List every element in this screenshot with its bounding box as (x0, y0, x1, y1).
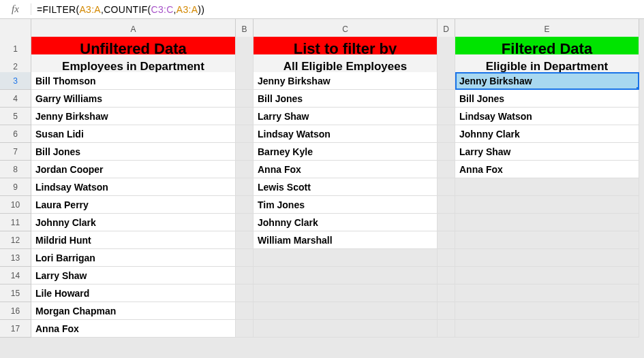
formula-bar: fx =FILTER(A3:A,COUNTIF(C3:C,A3:A)) (0, 0, 644, 19)
cell-B14[interactable] (236, 267, 254, 284)
cell-C15[interactable] (254, 284, 438, 302)
cell-C5[interactable]: Larry Shaw (254, 108, 438, 125)
cell-C7[interactable]: Barney Kyle (254, 143, 438, 161)
row-head-14[interactable]: 14 (0, 267, 31, 284)
cell-E5[interactable]: Lindsay Watson (455, 108, 639, 125)
cell-E9[interactable] (455, 178, 639, 196)
cell-E4[interactable]: Bill Jones (455, 90, 639, 108)
cell-D13[interactable] (438, 249, 455, 267)
cell-E3[interactable]: Jenny Birkshaw (455, 72, 639, 90)
cell-B4[interactable] (236, 90, 254, 108)
cell-A17[interactable]: Anna Fox (31, 320, 236, 338)
row-head-17[interactable]: 17 (0, 320, 31, 338)
spreadsheet-grid[interactable]: ABCDE1Unfiltered DataList to filter byFi… (0, 19, 644, 338)
cell-A13[interactable]: Lori Barrigan (31, 249, 236, 267)
cell-D9[interactable] (438, 178, 455, 196)
row-head-11[interactable]: 11 (0, 214, 31, 231)
cell-A9[interactable]: Lindsay Watson (31, 178, 236, 196)
cell-E12[interactable] (455, 231, 639, 249)
cell-B15[interactable] (236, 284, 254, 302)
cell-B5[interactable] (236, 108, 254, 125)
row-head-16[interactable]: 16 (0, 302, 31, 320)
cell-B12[interactable] (236, 231, 254, 249)
cell-C17[interactable] (254, 320, 438, 338)
cell-D15[interactable] (438, 284, 455, 302)
cell-A5[interactable]: Jenny Birkshaw (31, 108, 236, 125)
cell-D11[interactable] (438, 214, 455, 231)
cell-B16[interactable] (236, 302, 254, 320)
cell-E11[interactable] (455, 214, 639, 231)
cell-D7[interactable] (438, 143, 455, 161)
cell-D14[interactable] (438, 267, 455, 284)
cell-C10[interactable]: Tim Jones (254, 196, 438, 214)
cell-D3[interactable] (438, 72, 455, 90)
row-head-6[interactable]: 6 (0, 125, 31, 143)
cell-A3[interactable]: Bill Thomson (31, 72, 236, 90)
row-head-7[interactable]: 7 (0, 143, 31, 161)
cell-C4[interactable]: Bill Jones (254, 90, 438, 108)
row-head-9[interactable]: 9 (0, 178, 31, 196)
cell-C6[interactable]: Lindsay Watson (254, 125, 438, 143)
cell-B10[interactable] (236, 196, 254, 214)
cell-B6[interactable] (236, 125, 254, 143)
fx-label: fx (0, 3, 31, 15)
cell-E17[interactable] (455, 320, 639, 338)
row-head-4[interactable]: 4 (0, 90, 31, 108)
row-head-15[interactable]: 15 (0, 284, 31, 302)
cell-D16[interactable] (438, 302, 455, 320)
cell-C9[interactable]: Lewis Scott (254, 178, 438, 196)
cell-B8[interactable] (236, 161, 254, 178)
cell-A7[interactable]: Bill Jones (31, 143, 236, 161)
cell-A4[interactable]: Garry Williams (31, 90, 236, 108)
cell-D4[interactable] (438, 90, 455, 108)
cell-E15[interactable] (455, 284, 639, 302)
cell-D12[interactable] (438, 231, 455, 249)
cell-D5[interactable] (438, 108, 455, 125)
cell-B13[interactable] (236, 249, 254, 267)
cell-A8[interactable]: Jordan Cooper (31, 161, 236, 178)
cell-A11[interactable]: Johnny Clark (31, 214, 236, 231)
cell-B3[interactable] (236, 72, 254, 90)
cell-A16[interactable]: Morgan Chapman (31, 302, 236, 320)
cell-C12[interactable]: William Marshall (254, 231, 438, 249)
cell-E14[interactable] (455, 267, 639, 284)
cell-A6[interactable]: Susan Lidi (31, 125, 236, 143)
cell-B7[interactable] (236, 143, 254, 161)
cell-E8[interactable]: Anna Fox (455, 161, 639, 178)
cell-C8[interactable]: Anna Fox (254, 161, 438, 178)
cell-C13[interactable] (254, 249, 438, 267)
cell-E13[interactable] (455, 249, 639, 267)
row-head-12[interactable]: 12 (0, 231, 31, 249)
cell-B11[interactable] (236, 214, 254, 231)
row-head-10[interactable]: 10 (0, 196, 31, 214)
cell-C3[interactable]: Jenny Birkshaw (254, 72, 438, 90)
row-head-13[interactable]: 13 (0, 249, 31, 267)
cell-A12[interactable]: Mildrid Hunt (31, 231, 236, 249)
cell-A14[interactable]: Larry Shaw (31, 267, 236, 284)
cell-D17[interactable] (438, 320, 455, 338)
cell-A15[interactable]: Lile Howard (31, 284, 236, 302)
cell-D6[interactable] (438, 125, 455, 143)
cell-E7[interactable]: Larry Shaw (455, 143, 639, 161)
cell-C14[interactable] (254, 267, 438, 284)
row-head-5[interactable]: 5 (0, 108, 31, 125)
cell-B17[interactable] (236, 320, 254, 338)
cell-D8[interactable] (438, 161, 455, 178)
cell-C16[interactable] (254, 302, 438, 320)
cell-B9[interactable] (236, 178, 254, 196)
row-head-8[interactable]: 8 (0, 161, 31, 178)
formula-input[interactable]: =FILTER(A3:A,COUNTIF(C3:C,A3:A)) (31, 4, 644, 15)
cell-D10[interactable] (438, 196, 455, 214)
cell-E10[interactable] (455, 196, 639, 214)
cell-A10[interactable]: Laura Perry (31, 196, 236, 214)
cell-E6[interactable]: Johnny Clark (455, 125, 639, 143)
cell-E16[interactable] (455, 302, 639, 320)
row-head-3[interactable]: 3 (0, 72, 31, 90)
cell-C11[interactable]: Johnny Clark (254, 214, 438, 231)
